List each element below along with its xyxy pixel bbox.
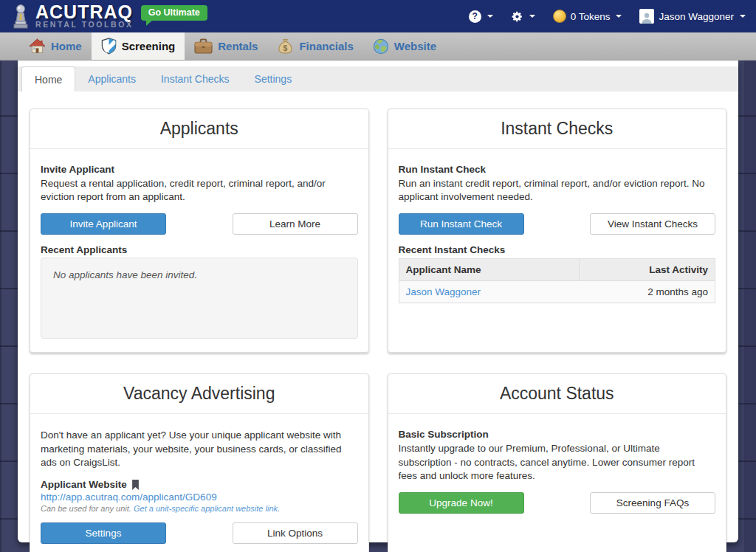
- caret-down-icon: [616, 15, 622, 18]
- upgrade-now-button[interactable]: Upgrade Now!: [399, 492, 524, 514]
- token-coin-icon: [553, 10, 566, 23]
- caret-down-icon: [740, 15, 746, 18]
- gear-icon: [511, 10, 523, 23]
- svg-text:$: $: [284, 44, 288, 52]
- button-row: Run Instant Check View Instant Checks: [399, 213, 716, 235]
- panel-body: Don't have an applicant yet? Use your un…: [30, 414, 368, 552]
- subtab-home[interactable]: Home: [21, 66, 75, 92]
- recent-applicants-empty-state: No applicants have been invited.: [41, 258, 358, 339]
- panel-title: Account Status: [388, 374, 726, 414]
- tokens-label: 0 Tokens: [571, 11, 611, 22]
- panel-title: Vacancy Advertising: [30, 374, 368, 414]
- last-activity-value: 2 months ago: [579, 281, 715, 303]
- settings-button[interactable]: Settings: [41, 522, 166, 544]
- section-title: Invite Applicant: [41, 164, 358, 175]
- mainnav-tab-screening[interactable]: Screening: [92, 32, 185, 60]
- note-period: .: [278, 504, 280, 513]
- website-note: Can be used for any unit. Get a unit-spe…: [41, 504, 358, 513]
- brand-subtitle: RENTAL TOOLBOX: [35, 20, 134, 29]
- screening-faqs-button[interactable]: Screening FAQs: [590, 492, 715, 514]
- mainnav-label: Rentals: [218, 40, 258, 52]
- panel-title: Applicants: [30, 109, 368, 149]
- avatar-icon: [639, 9, 654, 24]
- home-icon: [29, 38, 46, 54]
- view-instant-checks-button[interactable]: View Instant Checks: [590, 213, 715, 235]
- empty-state-text: No applicants have been invited.: [53, 269, 197, 280]
- user-menu[interactable]: Jason Waggoner: [639, 9, 746, 24]
- subtab-settings[interactable]: Settings: [242, 66, 305, 92]
- panel-applicants: Applicants Invite Applicant Request a re…: [30, 108, 369, 353]
- user-name-label: Jason Waggoner: [659, 11, 734, 22]
- recent-applicants-title: Recent Applicants: [41, 244, 358, 255]
- panel-body: Basic Subscription Instantly upgrade to …: [388, 414, 726, 537]
- caret-down-icon: [487, 15, 493, 18]
- mainnav-tab-website[interactable]: Website: [363, 32, 446, 60]
- mainnav-label: Screening: [122, 40, 176, 52]
- table-row: Jason Waggoner 2 months ago: [399, 281, 715, 303]
- briefcase-icon: [194, 38, 213, 54]
- mainnav-tab-rentals[interactable]: Rentals: [185, 32, 267, 60]
- brand-text: ACUTRAQ RENTAL TOOLBOX: [35, 4, 134, 29]
- screening-subtabs: Home Applicants Instant Checks Settings: [18, 66, 738, 92]
- globe-icon: [373, 38, 389, 55]
- topbar: ACUTRAQ RENTAL TOOLBOX Go Ultimate ? 0 T…: [0, 0, 756, 32]
- panel-body: Run Instant Check Run an instant credit …: [388, 149, 726, 317]
- recent-instant-checks-title: Recent Instant Checks: [399, 244, 716, 255]
- brand-logo-icon: [12, 4, 30, 29]
- mainnav-tab-financials[interactable]: $ Financials: [267, 32, 362, 60]
- subtab-instant-checks[interactable]: Instant Checks: [148, 66, 242, 92]
- mainnav-tab-home[interactable]: Home: [19, 32, 92, 60]
- panel-vacancy-advertising: Vacancy Advertising Don't have an applic…: [30, 373, 369, 552]
- panel-body: Invite Applicant Request a rental applic…: [30, 149, 368, 352]
- section-description: Run an instant credit report, criminal r…: [399, 177, 716, 204]
- help-icon: ?: [469, 10, 481, 23]
- applicant-website-title: Applicant Website: [41, 479, 358, 490]
- brand[interactable]: ACUTRAQ RENTAL TOOLBOX: [12, 4, 134, 29]
- subtab-applicants[interactable]: Applicants: [75, 66, 148, 92]
- note-text: Can be used for any unit.: [41, 504, 134, 513]
- panel-title: Instant Checks: [388, 109, 726, 149]
- recent-instant-checks-table: Applicant Name Last Activity Jason Waggo…: [399, 258, 716, 303]
- brand-name: ACUTRAQ: [35, 4, 134, 20]
- panel-account-status: Account Status Basic Subscription Instan…: [388, 373, 727, 552]
- unit-specific-link[interactable]: Get a unit-specific applicant website li…: [134, 504, 278, 513]
- shield-icon: [101, 38, 117, 55]
- applicant-website-label: Applicant Website: [41, 479, 127, 490]
- bookmark-icon: [131, 480, 140, 490]
- run-instant-check-button[interactable]: Run Instant Check: [399, 213, 524, 235]
- dashboard-grid: Applicants Invite Applicant Request a re…: [18, 92, 738, 552]
- invite-applicant-button[interactable]: Invite Applicant: [41, 213, 166, 235]
- mainnav-label: Financials: [299, 40, 353, 52]
- help-menu[interactable]: ?: [469, 10, 493, 23]
- section-description: Don't have an applicant yet? Use your un…: [41, 429, 358, 469]
- section-title: Run Instant Check: [399, 164, 716, 175]
- column-header-last-activity: Last Activity: [579, 259, 715, 281]
- mainnav-label: Home: [51, 40, 82, 52]
- button-row: Settings Link Options: [41, 522, 358, 544]
- topbar-menus: ? 0 Tokens Jason Waggoner: [469, 9, 746, 24]
- go-ultimate-button[interactable]: Go Ultimate: [141, 5, 207, 21]
- button-row: Invite Applicant Learn More: [41, 213, 358, 235]
- mainnav-label: Website: [394, 40, 436, 52]
- moneybag-icon: $: [277, 38, 294, 55]
- content-area: Home Applicants Instant Checks Settings …: [18, 61, 738, 542]
- column-header-applicant-name: Applicant Name: [399, 259, 579, 281]
- section-description: Request a rental application, credit rep…: [41, 177, 358, 204]
- subscription-title: Basic Subscription: [399, 429, 716, 440]
- caret-down-icon: [529, 15, 535, 18]
- settings-menu[interactable]: [511, 10, 535, 23]
- panel-instant-checks: Instant Checks Run Instant Check Run an …: [388, 108, 727, 353]
- tokens-menu[interactable]: 0 Tokens: [553, 10, 622, 23]
- button-row: Upgrade Now! Screening FAQs: [399, 492, 716, 514]
- main-nav: Home Screening Rentals $ Financials: [0, 32, 756, 61]
- applicant-website-link[interactable]: http://app.acutraq.com/applicant/GD609: [41, 491, 217, 503]
- link-options-button[interactable]: Link Options: [233, 522, 358, 544]
- learn-more-button[interactable]: Learn More: [233, 213, 358, 235]
- applicant-name-link[interactable]: Jason Waggoner: [406, 286, 481, 297]
- section-description: Instantly upgrade to our Premium, Profes…: [399, 442, 716, 483]
